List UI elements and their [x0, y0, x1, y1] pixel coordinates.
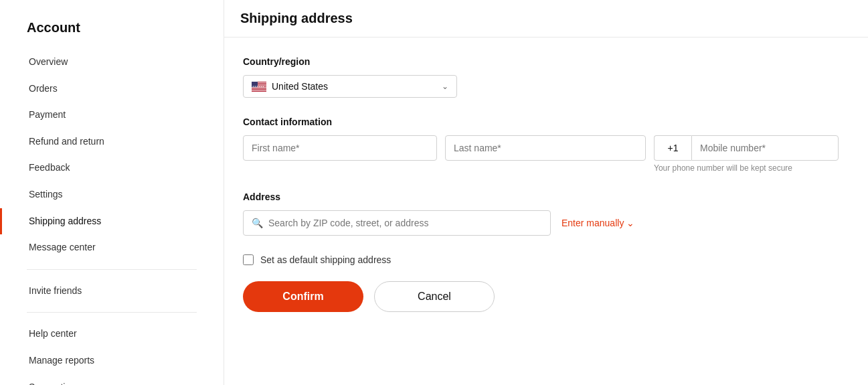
phone-hint: Your phone number will be kept secure — [654, 163, 792, 173]
contact-section-label: Contact information — [243, 117, 849, 127]
contact-row: +1 Your phone number will be kept secure — [243, 135, 849, 173]
mobile-number-input[interactable] — [691, 135, 839, 161]
country-select[interactable]: ★★★★★★ United States ⌄ — [243, 75, 457, 98]
cancel-button[interactable]: Cancel — [374, 281, 495, 312]
svg-text:★★★★★★: ★★★★★★ — [252, 84, 264, 87]
chevron-down-icon: ⌄ — [442, 82, 448, 91]
sidebar-item-settings[interactable]: Settings — [0, 181, 224, 208]
sidebar-item-message-center[interactable]: Message center — [0, 234, 224, 261]
enter-manually-chevron-icon: ⌄ — [626, 218, 634, 228]
enter-manually-button[interactable]: Enter manually ⌄ — [561, 218, 634, 228]
sidebar-divider-1 — [27, 269, 197, 270]
us-flag-icon: ★★★★★★ — [252, 82, 266, 92]
country-section-label: Country/region — [243, 56, 849, 67]
sidebar-item-suggestion[interactable]: Suggestion — [0, 374, 224, 385]
address-search-input[interactable] — [268, 218, 542, 228]
sidebar-item-feedback[interactable]: Feedback — [0, 155, 224, 181]
sidebar: Account Overview Orders Payment Refund a… — [0, 0, 224, 385]
svg-rect-10 — [252, 89, 266, 90]
sidebar-item-refund-and-return[interactable]: Refund and return — [0, 129, 224, 155]
form-container: Country/region — [224, 37, 868, 385]
country-select-left: ★★★★★★ United States — [252, 81, 328, 92]
sidebar-title: Account — [0, 13, 224, 49]
sidebar-item-overview[interactable]: Overview — [0, 49, 224, 76]
address-section-label: Address — [243, 191, 849, 202]
address-search-box[interactable]: 🔍 — [243, 210, 551, 236]
sidebar-item-payment[interactable]: Payment — [0, 102, 224, 129]
sidebar-item-invite-friends[interactable]: Invite friends — [0, 278, 224, 305]
default-address-checkbox[interactable] — [243, 254, 254, 265]
default-address-label: Set as default shipping address — [260, 254, 391, 265]
default-address-row: Set as default shipping address — [243, 254, 849, 265]
svg-rect-8 — [252, 88, 266, 88]
sidebar-item-shipping-address[interactable]: Shipping address — [0, 208, 224, 235]
enter-manually-label: Enter manually — [561, 218, 624, 228]
sidebar-item-manage-reports[interactable]: Manage reports — [0, 348, 224, 374]
last-name-input[interactable] — [445, 135, 646, 161]
svg-rect-9 — [252, 88, 266, 89]
search-icon: 🔍 — [252, 218, 263, 228]
confirm-button[interactable]: Confirm — [243, 281, 363, 312]
page-title: Shipping address — [224, 0, 868, 37]
contact-section: Contact information +1 Your phone number… — [243, 117, 849, 173]
sidebar-divider-2 — [27, 312, 197, 313]
sidebar-item-orders[interactable]: Orders — [0, 76, 224, 102]
address-search-wrapper: 🔍 Enter manually ⌄ — [243, 210, 849, 236]
country-section: Country/region — [243, 56, 849, 98]
sidebar-item-help-center[interactable]: Help center — [0, 321, 224, 348]
main-content: Shipping address Country/region — [224, 0, 868, 385]
svg-rect-11 — [252, 90, 266, 90]
address-section: Address 🔍 Enter manually ⌄ — [243, 191, 849, 236]
first-name-input[interactable] — [243, 135, 437, 161]
svg-rect-12 — [252, 90, 266, 91]
phone-row: +1 — [654, 135, 839, 161]
country-name: United States — [272, 81, 328, 92]
phone-group: +1 Your phone number will be kept secure — [654, 135, 839, 173]
button-row: Confirm Cancel — [243, 281, 849, 312]
phone-code: +1 — [654, 135, 691, 161]
